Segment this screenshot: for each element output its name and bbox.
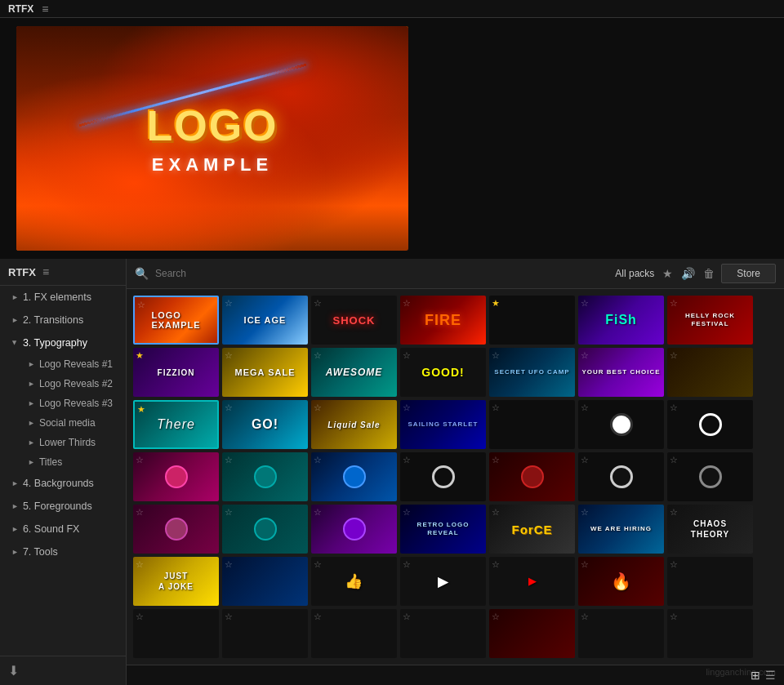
star-icon[interactable]: ☆ [581,403,589,413]
grid-cell[interactable]: ☆ [222,609,308,658]
star-icon[interactable]: ★ [492,298,500,309]
grid-cell[interactable]: ☆ GOOD! [400,348,486,397]
grid-cell[interactable]: ★ There [133,400,219,449]
grid-cell[interactable]: ☆ LOGOEXAMPLE Elements - Logo 01 noCT [133,296,219,345]
grid-cell[interactable]: ☆ Liquid Sale [311,400,397,449]
star-icon[interactable]: ★ [137,404,145,415]
sidebar-item-foregrounds[interactable]: ► 5. Foregrounds [0,495,126,518]
star-icon[interactable]: ☆ [314,559,322,570]
star-icon[interactable]: ☆ [581,350,589,361]
trash-icon[interactable]: 🗑 [703,267,715,280]
grid-cell[interactable]: ☆ [311,505,397,554]
sidebar-item-social[interactable]: ► Social media [20,413,126,433]
sidebar-item-logo1[interactable]: ► Logo Reveals #1 [20,354,126,374]
grid-cell[interactable]: ☆ JUSTA JOKE [133,557,219,606]
sidebar-item-logo2[interactable]: ► Logo Reveals #2 [20,374,126,394]
star-icon[interactable]: ★ [136,350,144,361]
star-icon[interactable]: ☆ [581,612,589,622]
grid-cell[interactable]: ☆ [489,400,575,449]
grid-cell[interactable]: ☆ 🔥 [578,557,664,606]
star-icon[interactable]: ☆ [670,403,678,413]
star-icon[interactable]: ☆ [403,559,411,570]
star-icon[interactable]: ☆ [670,298,678,309]
grid-cell[interactable]: ☆ YOUR BEST CHOICE [578,348,664,397]
star-icon[interactable]: ☆ [137,300,145,310]
grid-cell[interactable]: ☆ ▶ [400,557,486,606]
sidebar-item-backgrounds[interactable]: ► 4. Backgrounds [0,472,126,495]
star-icon[interactable]: ☆ [492,559,500,570]
star-icon[interactable]: ☆ [225,403,233,413]
star-icon[interactable]: ☆ [136,455,144,465]
sidebar-item-fx[interactable]: ► 1. FX elements [0,286,126,309]
star-icon[interactable]: ☆ [136,559,144,570]
star-icon[interactable]: ☆ [314,350,322,361]
star-icon[interactable]: ☆ [225,298,233,309]
star-icon[interactable]: ☆ [670,559,678,570]
grid-cell[interactable]: ☆ [133,609,219,658]
sidebar-item-titles[interactable]: ► Titles [20,452,126,472]
grid-cell[interactable]: ☆ [578,400,664,449]
grid-cell[interactable]: ★ [489,296,575,345]
star-icon[interactable]: ☆ [136,507,144,518]
star-icon[interactable]: ☆ [314,612,322,622]
star-icon[interactable]: ☆ [403,298,411,309]
grid-cell[interactable]: ☆ [578,452,664,501]
star-icon[interactable]: ☆ [314,455,322,465]
sidebar-item-typography[interactable]: ► 3. Typography [0,331,126,354]
star-icon[interactable]: ☆ [314,403,322,413]
grid-cell[interactable]: ☆ ICE AGE [222,296,308,345]
grid-cell[interactable]: ☆ [667,557,753,606]
grid-cell[interactable]: ☆ FIRE [400,296,486,345]
star-icon[interactable]: ☆ [670,350,678,361]
grid-cell[interactable]: ☆ CHAOSTHEORY [667,505,753,554]
grid-cell[interactable]: ☆ [489,452,575,501]
grid-cell[interactable]: ☆ MEGA SALE [222,348,308,397]
grid-cell[interactable]: ☆ FiSh [578,296,664,345]
grid-cell[interactable]: ☆ [667,400,753,449]
star-icon[interactable]: ☆ [581,559,589,570]
sidebar-item-soundfx[interactable]: ► 6. Sound FX [0,518,126,540]
star-icon[interactable]: ☆ [403,612,411,622]
star-icon[interactable]: ☆ [403,350,411,361]
star-icon[interactable]: ☆ [492,612,500,622]
grid-cell[interactable]: ☆ SHOCK [311,296,397,345]
grid-cell[interactable]: ★ FIZZION [133,348,219,397]
sidebar-item-transitions[interactable]: ► 2. Transitions [0,309,126,331]
star-icon[interactable]: ☆ [314,507,322,518]
list-view-icon[interactable]: ☰ [765,669,776,682]
sidebar-item-logo3[interactable]: ► Logo Reveals #3 [20,394,126,413]
sidebar-item-tools[interactable]: ► 7. Tools [0,540,126,563]
grid-cell[interactable]: ☆ [489,609,575,658]
star-icon[interactable]: ☆ [403,403,411,413]
star-icon[interactable]: ☆ [581,455,589,465]
star-icon[interactable]: ☆ [136,612,144,622]
store-button[interactable]: Store [721,264,776,283]
grid-cell[interactable]: ☆ 👍 [311,557,397,606]
star-icon[interactable]: ☆ [670,507,678,518]
grid-cell[interactable]: ☆ RETRO LOGO REVEAL [400,505,486,554]
grid-cell[interactable]: ☆ [222,557,308,606]
star-icon[interactable]: ☆ [225,612,233,622]
grid-cell[interactable]: ☆ ForCE [489,505,575,554]
grid-cell[interactable]: ☆ [667,348,753,397]
star-icon[interactable]: ☆ [403,507,411,518]
speaker-icon[interactable]: 🔊 [681,267,695,280]
grid-cell[interactable]: ☆ SECRET UFO CAMP [489,348,575,397]
grid-cell[interactable]: ☆ ▶ [489,557,575,606]
star-icon[interactable]: ☆ [492,350,500,361]
download-icon[interactable]: ⬇ [8,664,19,678]
star-icon[interactable]: ☆ [314,298,322,309]
grid-cell[interactable]: ☆ [222,452,308,501]
grid-cell[interactable]: ☆ HELLY ROCK FESTIVAL [667,296,753,345]
grid-cell[interactable]: ☆ [222,505,308,554]
star-filter-icon[interactable]: ★ [662,267,673,280]
grid-cell[interactable]: ☆ GO! [222,400,308,449]
grid-cell[interactable]: ☆ SAILING STARLET [400,400,486,449]
star-icon[interactable]: ☆ [225,507,233,518]
sidebar-menu-icon[interactable]: ≡ [42,265,49,278]
grid-cell[interactable]: ☆ [133,452,219,501]
star-icon[interactable]: ☆ [670,455,678,465]
star-icon[interactable]: ☆ [670,612,678,622]
grid-cell[interactable]: ☆ [311,452,397,501]
grid-cell[interactable]: ☆ [667,452,753,501]
